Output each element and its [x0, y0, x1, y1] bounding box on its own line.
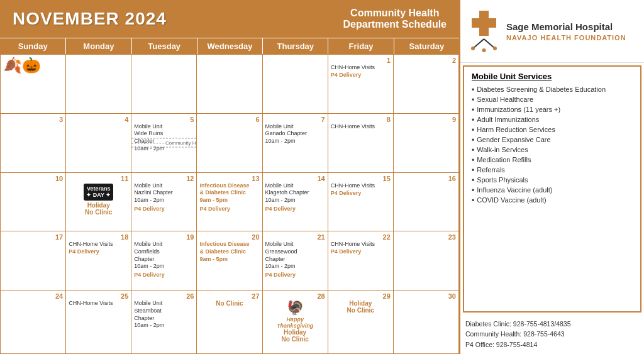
list-item: Referrals	[472, 165, 633, 175]
hospital-name: Sage Memorial Hospital	[506, 21, 626, 33]
cell-w4-wed: 20 Infectious Disease& Diabetes Clinic9a…	[197, 231, 262, 290]
cell-w3-mon: 11 Veterans✦ DAY ✦ HolidayNo Clinic	[66, 173, 131, 232]
cell-w5-fri: 29 HolidayNo Clinic	[328, 290, 394, 354]
list-item: Immunizations (11 years +)	[472, 105, 633, 115]
date-16: 16	[396, 175, 456, 182]
day-wednesday: Wednesday	[197, 38, 262, 54]
cell-w3-tue: 12 Mobile UnitNazlini Chapter10am - 2pm …	[131, 173, 197, 232]
calendar-grid: 🍂🎃 1 CHN-Home Visits P4 Delivery 2 3 4 5…	[0, 54, 459, 354]
cell-w1-sat: 2	[394, 55, 459, 114]
cell-w1-sun: 🍂🎃	[1, 55, 66, 114]
list-item: Harm Reduction Services	[472, 125, 633, 135]
dept-title-line2: Department Schedule	[343, 19, 447, 30]
cell-w3-thu: 14 Mobile UnitKlagetoh Chapter10am - 2pm…	[263, 173, 328, 232]
date-25: 25	[69, 292, 128, 300]
cell-w1-fri: 1 CHN-Home Visits P4 Delivery	[328, 55, 394, 114]
list-item: Diabetes Screening & Diabetes Education	[472, 85, 633, 95]
p4-13: P4 Delivery	[199, 206, 259, 212]
list-item: Influenza Vaccine (adult)	[472, 185, 633, 196]
mobile-unit-19: Mobile UnitCornfieldsChapter10am - 2pm	[134, 241, 194, 270]
contact-community: Community Health: 928-755-4643	[465, 329, 639, 340]
cell-w3-sat: 16	[394, 173, 459, 232]
cell-w2-tue: 5 Mobile UnitWide RuinsChapter10am - 2pm…	[131, 114, 197, 173]
date-9: 9	[396, 116, 456, 123]
date-13: 13	[199, 175, 259, 182]
services-list: Diabetes Screening & Diabetes Education …	[472, 85, 633, 206]
svg-line-3	[484, 39, 496, 48]
p4-22: P4 Delivery	[331, 248, 391, 255]
month-title: NOVEMBER 2024	[13, 9, 167, 29]
main-content: NOVEMBER 2024 Community Health Departmen…	[0, 0, 459, 354]
date-3: 3	[3, 116, 63, 123]
thanksgiving-icon: 🦃	[265, 300, 325, 316]
date-26: 26	[134, 292, 194, 300]
infectious-20: Infectious Disease& Diabetes Clinic9am -…	[199, 241, 259, 263]
svg-point-5	[493, 47, 497, 50]
p4-14: P4 Delivery	[265, 206, 325, 212]
list-item: Adult Immunizations	[472, 115, 633, 125]
cell-w4-sat: 23	[394, 231, 459, 290]
p4-18: P4 Delivery	[69, 248, 128, 255]
list-item: Gender Expansive Care	[472, 135, 633, 145]
cell-w1-mon	[66, 55, 131, 114]
chn-visits-15: CHN-Home Visits	[331, 182, 391, 189]
day-friday: Friday	[328, 38, 393, 54]
dept-title: Community Health Department Schedule	[343, 8, 447, 30]
cell-w2-sat: 9	[394, 114, 459, 173]
chn-visits-8: CHN-Home Visits	[331, 123, 391, 130]
services-title: Mobile Unit Services	[472, 72, 633, 81]
sidebar: Sage Memorial Hospital NAVAJO HEALTH FOU…	[459, 0, 644, 354]
day-headers: Sunday Monday Tuesday Wednesday Thursday…	[0, 38, 459, 54]
list-item: COVID Vaccine (adult)	[472, 196, 633, 206]
logo-text: Sage Memorial Hospital NAVAJO HEALTH FOU…	[506, 21, 626, 41]
date-11: 11	[69, 175, 128, 182]
contact-diabetes: Diabetes Clinic: 928-755-4813/4835	[465, 319, 639, 329]
date-19: 19	[134, 233, 194, 241]
no-clinic-29: HolidayNo Clinic	[331, 300, 391, 314]
mobile-unit-14: Mobile UnitKlagetoh Chapter10am - 2pm	[265, 182, 325, 204]
dept-title-line1: Community Health	[343, 8, 447, 19]
cell-w5-sat: 30	[394, 290, 459, 354]
no-clinic-27: No Clinic	[199, 300, 259, 307]
mobile-unit-12: Mobile UnitNazlini Chapter10am - 2pm	[134, 182, 194, 204]
date-8: 8	[331, 116, 391, 123]
date-4: 4	[69, 116, 128, 123]
cell-w5-tue: 26 Mobile UnitSteamboatChapter10am - 2pm	[131, 290, 197, 354]
p4-1: P4 Delivery	[331, 72, 391, 78]
day-tuesday: Tuesday	[131, 38, 197, 54]
day-saturday: Saturday	[394, 38, 459, 54]
veterans-day: Veterans✦ DAY ✦ HolidayNo Clinic	[69, 182, 128, 216]
list-item: Walk-in Services	[472, 145, 633, 155]
date-21: 21	[265, 233, 325, 241]
services-section: Mobile Unit Services Diabetes Screening …	[463, 65, 641, 313]
holiday-11: HolidayNo Clinic	[69, 202, 128, 216]
date-5: 5	[134, 116, 194, 123]
date-30: 30	[396, 292, 456, 300]
cell-w2-sun: 3	[1, 114, 66, 173]
date-29: 29	[331, 292, 391, 300]
svg-point-4	[471, 47, 475, 50]
date-23: 23	[396, 233, 456, 241]
date-10: 10	[3, 175, 63, 182]
cell-w4-mon: 18 CHN-Home Visits P4 Delivery	[66, 231, 131, 290]
mobile-unit-7: Mobile UnitGanado Chapter10am - 2pm	[265, 123, 325, 145]
day-monday: Monday	[65, 38, 131, 54]
date-18: 18	[69, 233, 128, 241]
date-14: 14	[265, 175, 325, 182]
cell-w4-thu: 21 Mobile UnitGreasewoodChapter10am - 2p…	[263, 231, 328, 290]
p4-12: P4 Delivery	[134, 206, 194, 212]
date-24: 24	[3, 292, 63, 300]
cell-w5-mon: 25 CHN-Home Visits	[66, 290, 131, 354]
chn-visits-22: CHN-Home Visits	[331, 241, 391, 247]
cell-w3-wed: 13 Infectious Disease& Diabetes Clinic9a…	[197, 173, 262, 232]
infectious-13: Infectious Disease& Diabetes Clinic9am -…	[199, 182, 259, 204]
mobile-unit-21: Mobile UnitGreasewoodChapter10am - 2pm	[265, 241, 325, 270]
thanksgiving-label: HappyThanksgiving	[265, 316, 325, 329]
cell-w2-fri: 8 CHN-Home Visits	[328, 114, 394, 173]
p4-15: P4 Delivery	[331, 190, 391, 196]
cell-w3-fri: 15 CHN-Home Visits P4 Delivery	[328, 173, 394, 232]
cell-w3-sun: 10	[1, 173, 66, 232]
cell-w2-thu: 7 Mobile UnitGanado Chapter10am - 2pm	[263, 114, 328, 173]
date-7: 7	[265, 116, 325, 123]
logo-section: Sage Memorial Hospital NAVAJO HEALTH FOU…	[460, 0, 644, 63]
